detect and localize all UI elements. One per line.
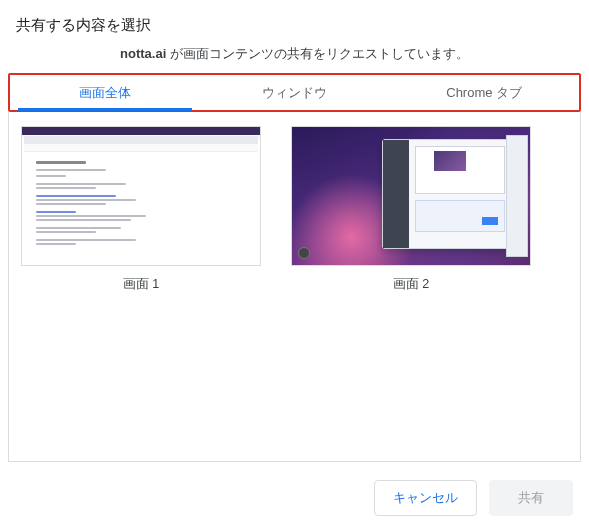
tab-label: ウィンドウ — [262, 85, 327, 100]
screen-2-thumbnail — [291, 126, 531, 266]
screens-row: 画面 1 画面 2 — [21, 126, 568, 293]
dialog-footer: キャンセル 共有 — [0, 462, 589, 520]
share-tabs: 画面全体 ウィンドウ Chrome タブ — [10, 75, 579, 110]
screen-2-label: 画面 2 — [291, 276, 531, 293]
screen-1-thumbnail — [21, 126, 261, 266]
dialog-title: 共有する内容を選択 — [16, 16, 573, 35]
tab-window[interactable]: ウィンドウ — [200, 75, 390, 110]
screen-option-1[interactable]: 画面 1 — [21, 126, 261, 293]
screen-option-2[interactable]: 画面 2 — [291, 126, 531, 293]
dialog-subtitle: notta.ai が画面コンテンツの共有をリクエストしています。 — [16, 45, 573, 63]
cancel-button-label: キャンセル — [393, 490, 458, 505]
tab-label: Chrome タブ — [446, 85, 522, 100]
tab-label: 画面全体 — [79, 85, 131, 100]
share-button: 共有 — [489, 480, 573, 516]
cancel-button[interactable]: キャンセル — [374, 480, 477, 516]
tabs-highlight: 画面全体 ウィンドウ Chrome タブ — [8, 73, 581, 112]
share-sources-panel: 画面 1 画面 2 — [8, 112, 581, 462]
tab-chrome-tab[interactable]: Chrome タブ — [389, 75, 579, 110]
request-text: が画面コンテンツの共有をリクエストしています。 — [166, 46, 469, 61]
tab-entire-screen[interactable]: 画面全体 — [10, 75, 200, 110]
screen-1-label: 画面 1 — [21, 276, 261, 293]
requesting-domain: notta.ai — [120, 46, 166, 61]
share-dialog: 共有する内容を選択 notta.ai が画面コンテンツの共有をリクエストしていま… — [0, 0, 589, 462]
share-button-label: 共有 — [518, 490, 544, 505]
